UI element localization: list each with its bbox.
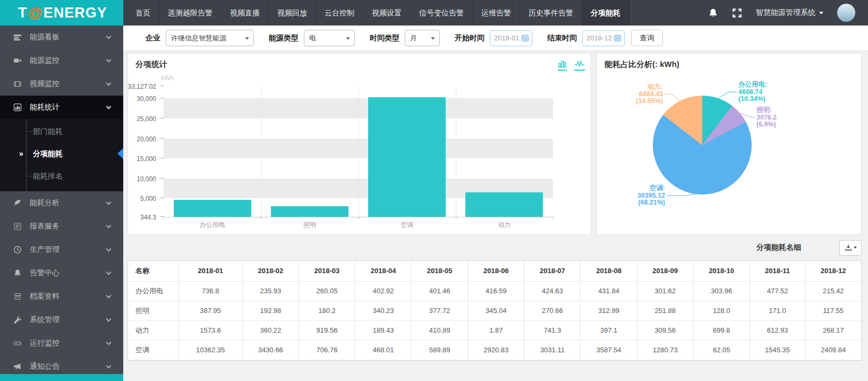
time-type-select[interactable]: 月 xyxy=(405,30,440,46)
vertical-gridline xyxy=(359,87,359,217)
bell-icon xyxy=(13,269,22,277)
pie-label-0: 办公用电:4608.74(10.34%) xyxy=(738,81,767,103)
sidebar-item-system-mgmt[interactable]: 系统管理 xyxy=(0,308,123,332)
fullscreen-icon[interactable] xyxy=(732,8,742,18)
row-name: 动力 xyxy=(128,320,178,340)
film-icon xyxy=(13,80,22,88)
y-axis-tick-mark xyxy=(160,138,164,139)
nav-tab[interactable]: 视频直播 xyxy=(221,0,268,26)
user-avatar[interactable] xyxy=(837,4,855,22)
sidebar-item-label: 能源监控 xyxy=(30,56,59,65)
sidebar-item-energy-stats[interactable]: 能耗统计 xyxy=(0,96,123,119)
y-axis-tick-label: 10,000 xyxy=(125,175,156,183)
cell-value: 62.05 xyxy=(693,340,750,360)
enterprise-label: 企业 xyxy=(146,33,160,43)
sidebar-item-alarm-center[interactable]: 告警中心 xyxy=(0,261,123,285)
cell-value: 699.8 xyxy=(693,320,750,340)
nav-tab[interactable]: 首页 xyxy=(126,0,159,26)
bar-办公用电[interactable] xyxy=(174,200,251,217)
logo-leaf-at-icon: @ xyxy=(28,4,43,21)
cell-value: 301.62 xyxy=(637,281,693,301)
bar-空调[interactable] xyxy=(368,97,446,217)
column-header: 2018-10 xyxy=(693,261,750,281)
cell-value: 251.88 xyxy=(637,301,693,320)
nav-tabs: 首页遥测越限告警视频直播视频回放云台控制视频设置信号变位告警运维告警历史事件告警… xyxy=(126,0,629,26)
pie-chart-card: 能耗占比分析(: kWh) 办公用电:4608.74(10.34%)照明:307… xyxy=(597,53,862,235)
nav-tab[interactable]: 遥测越限告警 xyxy=(159,0,221,26)
enterprise-selected-value: 许继信息智慧能源 xyxy=(171,33,226,43)
start-date-value[interactable] xyxy=(494,34,520,42)
end-time-filter: 结束时间 xyxy=(547,30,625,46)
sidebar-item-subitem-energy[interactable]: 分项能耗 xyxy=(0,142,123,165)
cell-value: 401.46 xyxy=(412,281,468,301)
x-axis-label: 照明 xyxy=(261,221,358,230)
column-header: 2018-07 xyxy=(524,261,581,281)
energy-type-filter: 能源类型 电 xyxy=(269,30,355,46)
vertical-gridline xyxy=(456,87,456,217)
export-button[interactable] xyxy=(839,240,862,256)
nav-tab[interactable]: 分项能耗 xyxy=(582,0,629,26)
bar-动力[interactable] xyxy=(465,192,543,217)
end-date-input[interactable] xyxy=(582,30,625,46)
column-header: 2018-01 xyxy=(178,261,242,281)
table-row: 照明387.95192.98180.2340.23377.72345.04270… xyxy=(128,301,861,320)
column-header: 2018-03 xyxy=(299,261,355,281)
chevron-down-icon xyxy=(106,340,112,345)
line-toggle-icon[interactable] xyxy=(574,60,585,71)
calendar-icon[interactable] xyxy=(614,34,622,42)
y-axis-tick-mark xyxy=(160,98,164,98)
nav-tab[interactable]: 视频回放 xyxy=(268,0,316,26)
energy-type-selected-value: 电 xyxy=(309,33,316,43)
x-axis-tick xyxy=(261,217,261,219)
nav-tab[interactable]: 云台控制 xyxy=(316,0,363,26)
pie-label-1: 照明:3076.2(6.9%) xyxy=(756,107,777,129)
start-date-input[interactable] xyxy=(490,30,532,46)
end-date-value[interactable] xyxy=(586,34,612,42)
end-time-label: 结束时间 xyxy=(547,33,577,43)
sidebar-item-energy-rank[interactable]: 能耗排名 xyxy=(0,165,123,187)
column-header: 2018-09 xyxy=(637,261,693,281)
chart-type-toggles xyxy=(558,60,585,71)
nav-tab[interactable]: 视频设置 xyxy=(363,0,410,26)
y-axis-tick-mark xyxy=(160,198,164,198)
report-icon xyxy=(13,222,22,231)
sidebar-item-energy-board[interactable]: 能源看板 xyxy=(0,26,123,49)
bar-chart-title: 分项统计 xyxy=(135,60,167,70)
nav-tab[interactable]: 运维告警 xyxy=(472,0,520,26)
nav-tab[interactable]: 信号变位告警 xyxy=(410,0,472,26)
sidebar-item-energy-monitor[interactable]: 能源监控 xyxy=(0,49,123,72)
energy-type-select[interactable]: 电 xyxy=(304,30,355,46)
sidebar-item-video-monitor[interactable]: 视频监控 xyxy=(0,72,123,96)
bar-照明[interactable] xyxy=(271,206,348,217)
chevron-down-icon xyxy=(431,37,435,40)
sidebar-item-energy-analysis[interactable]: 能耗分析 xyxy=(0,191,123,215)
sidebar-item-archives[interactable]: 档案资料 xyxy=(0,285,123,308)
pie-label-pct: (14.55%) xyxy=(614,98,663,105)
x-axis-tick xyxy=(359,217,359,219)
query-button[interactable]: 查询 xyxy=(631,30,663,46)
sidebar-item-report-service[interactable]: 报表服务 xyxy=(0,215,123,238)
pie-label-name: 动力: xyxy=(614,83,663,91)
brand-logo[interactable]: T@ENERGY xyxy=(0,0,123,26)
sidebar-item-label: 通知公告 xyxy=(30,362,59,371)
calendar-icon[interactable] xyxy=(521,34,529,42)
bar-toggle-icon[interactable] xyxy=(558,60,567,71)
cell-value: 189.43 xyxy=(355,320,412,340)
system-name-menu[interactable]: 智慧能源管理系统 xyxy=(756,8,823,18)
chevron-down-icon xyxy=(245,37,249,40)
pie-chart[interactable] xyxy=(653,96,752,194)
cell-value: 424.63 xyxy=(524,281,581,301)
sidebar-item-dept-energy[interactable]: 部门能耗 xyxy=(0,120,123,142)
sidebar-item-production-mgmt[interactable]: 生产管理 xyxy=(0,238,123,261)
nav-tab[interactable]: 历史事件告警 xyxy=(520,0,582,26)
chevron-down-icon xyxy=(106,223,112,228)
sidebar-item-label: 视频监控 xyxy=(30,79,59,89)
cell-value: 340.23 xyxy=(355,301,412,320)
pie-label-3: 动力:6484.43(14.55%) xyxy=(614,83,663,105)
cell-value: 402.92 xyxy=(355,281,412,301)
sidebar-item-operation-monitor[interactable]: 运行监控 xyxy=(0,332,123,355)
enterprise-select[interactable]: 许继信息智慧能源 xyxy=(166,30,254,46)
chevron-down-icon xyxy=(106,293,112,298)
bell-icon[interactable] xyxy=(708,8,718,18)
cell-value: 215.42 xyxy=(805,281,861,301)
